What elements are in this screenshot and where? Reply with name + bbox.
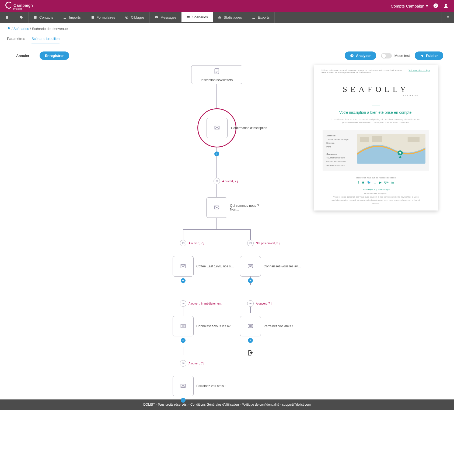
footer-support-link[interactable]: support@dolist.com	[282, 403, 311, 406]
mail-icon: ✉	[247, 262, 253, 271]
nav-statistiques[interactable]: Statistiques	[213, 12, 247, 23]
add-step-button[interactable]: +	[181, 338, 186, 343]
logo-subtext: by dolist	[13, 8, 33, 10]
logo: Campaign by dolist	[5, 2, 33, 10]
tab-parametres[interactable]: Paramètres	[7, 35, 25, 43]
nav-messages[interactable]: Messages	[150, 12, 181, 23]
nav-contacts[interactable]: Contacts	[29, 12, 58, 23]
start-label: Inscription newsletters	[201, 78, 233, 82]
navbar: Contacts Imports Formulaires Ciblages Me…	[0, 12, 454, 23]
exit-icon	[180, 409, 187, 410]
nav-home[interactable]	[0, 12, 14, 23]
preview-headline: Votre inscription a bien été prise en co…	[323, 110, 429, 115]
left1-node[interactable]: ✉ Coffee East 1928, nos s…	[173, 256, 234, 277]
add-step-button[interactable]: +	[181, 278, 186, 283]
start-node[interactable]: Inscription newsletters	[191, 65, 242, 84]
open-mail-icon: ✉	[182, 302, 184, 305]
svg-point-5	[126, 16, 128, 18]
linkedin-icon[interactable]: in	[391, 181, 394, 184]
add-step-button[interactable]: +	[248, 278, 253, 283]
add-step-button[interactable]: +	[181, 398, 186, 403]
open-mail-icon: ✉	[249, 302, 252, 305]
condition-left-immediate[interactable]: ✉ A ouvert, Immédiatement	[180, 300, 221, 307]
save-button[interactable]: Enregistrer	[40, 51, 69, 60]
preview-brand-sub: australia	[323, 94, 429, 97]
svg-rect-13	[447, 17, 449, 17]
pinterest-icon[interactable]: ◉	[362, 181, 364, 184]
mail-icon: ✉	[180, 382, 186, 390]
nav-imports[interactable]: Imports	[58, 12, 86, 23]
twitter-icon[interactable]: 🐦	[367, 181, 371, 184]
right1-node[interactable]: ✉ Connaissez-vous les av…	[240, 256, 301, 277]
youtube-icon[interactable]: ▶	[379, 181, 382, 184]
right2-node[interactable]: ✉ Parrainez vos amis !	[240, 316, 293, 336]
logo-text: Campaign	[13, 3, 33, 8]
send-icon	[420, 54, 424, 58]
page-footer: DOLIST - Tous droits réservés. - Conditi…	[0, 399, 454, 410]
nav-tags[interactable]	[14, 12, 29, 23]
googleplus-icon[interactable]: G+	[384, 181, 389, 184]
breadcrumb-home[interactable]	[7, 27, 11, 31]
check-circle-icon	[350, 54, 354, 58]
social-icons: f ◉ 🐦 ◻ ▶ G+ in	[323, 181, 429, 184]
condition-left3-opened[interactable]: ✉ A ouvert, 7 j	[180, 360, 204, 367]
mail-icon: ✉	[247, 322, 253, 330]
svg-text:?: ?	[435, 4, 436, 7]
svg-rect-10	[219, 16, 220, 18]
unsubscribe-link[interactable]: Désinscription	[362, 188, 375, 191]
who-node[interactable]: ✉ Qui sommes-nous ? Nos…	[206, 197, 268, 218]
exit-icon	[247, 349, 254, 357]
add-step-button[interactable]: +	[248, 338, 253, 343]
preview-brand: SEAFOLLY	[323, 85, 429, 94]
cancel-button[interactable]: Annuler	[11, 51, 35, 60]
who-label: Qui sommes-nous ? Nos…	[230, 204, 268, 211]
condition-left-opened[interactable]: ✉ A ouvert, 7 j	[180, 240, 204, 246]
footer-privacy-link[interactable]: Politique de confidentialité	[242, 403, 279, 406]
breadcrumb-root[interactable]: Scénarios	[13, 27, 29, 31]
nav-hamburger[interactable]	[442, 12, 454, 23]
condition-right-opened-7d[interactable]: ✉ A ouvert, 7 j	[247, 300, 271, 307]
mode-test-toggle[interactable]	[381, 53, 392, 58]
confirm-label: Confirmation d'inscription	[231, 126, 267, 130]
analyze-button[interactable]: Analyser	[345, 51, 376, 60]
preview-lorem: Lorem ipsum dolor sit amet, consectetur …	[323, 118, 429, 124]
account-menu[interactable]: Compte Campaign ▾	[391, 4, 428, 8]
nav-scenarios[interactable]: Scénarios	[181, 12, 213, 23]
left3-node[interactable]: ✉ Parrainez vos amis !	[173, 376, 226, 396]
condition-opened-7d[interactable]: ✉ A ouvert, 7 j	[214, 178, 238, 184]
view-online-link2[interactable]: Voir en ligne	[378, 188, 390, 191]
breadcrumb-current: Scénario de bienvenue	[32, 27, 68, 31]
user-icon[interactable]	[443, 3, 449, 9]
map-icon	[357, 134, 425, 164]
social-label: Retrouvez-nous sur les réseaux sociaux :	[323, 177, 429, 179]
right2-label: Parrainez vos amis !	[264, 324, 293, 328]
instagram-icon[interactable]: ◻	[374, 181, 376, 184]
preview-disclaim2: Vous recevez cet email car vous avez sou…	[323, 195, 429, 205]
action-bar: Annuler Enregistrer Analyser Mode test P…	[0, 43, 454, 63]
svg-rect-8	[187, 16, 190, 18]
flow-canvas[interactable]: Inscription newsletters ✉ Confirmation d…	[0, 63, 454, 394]
add-step-button[interactable]: +	[214, 151, 219, 156]
form-icon	[213, 68, 220, 77]
breadcrumb: / Scénarios / Scénario de bienvenue	[0, 23, 454, 35]
nav-ciblages[interactable]: Ciblages	[120, 12, 150, 23]
nav-formulaires[interactable]: Formulaires	[86, 12, 120, 23]
svg-rect-14	[447, 18, 449, 18]
account-label: Compte Campaign	[391, 4, 424, 8]
publish-button[interactable]: Publier	[415, 51, 443, 60]
preview-disclaim1: Cet email a été envoyé à …	[323, 192, 429, 195]
svg-rect-29	[360, 137, 369, 142]
tab-scenario-brouillon[interactable]: Scénario brouillon	[32, 35, 60, 43]
right1-label: Connaissez-vous les av…	[264, 264, 301, 268]
email-preview: Utilisez cette zone pour offrir un court…	[314, 65, 438, 211]
logo-mark-icon	[5, 2, 12, 9]
condition-right-not-opened[interactable]: ✉ N'a pas ouvert, 3 j	[247, 240, 280, 246]
footer-cgu-link[interactable]: Conditions Générales d'Utilisation	[190, 403, 239, 406]
view-online-link[interactable]: Voir la version en ligne	[409, 69, 431, 74]
confirm-node[interactable]: ✉ Confirmation d'inscription	[197, 108, 267, 147]
help-icon[interactable]: ?	[433, 3, 438, 9]
mail-icon: ✉	[180, 322, 186, 330]
facebook-icon[interactable]: f	[358, 181, 359, 184]
nav-exports[interactable]: Exports	[247, 12, 275, 23]
left2-node[interactable]: ✉ Connaissez-vous les av…	[173, 316, 234, 336]
